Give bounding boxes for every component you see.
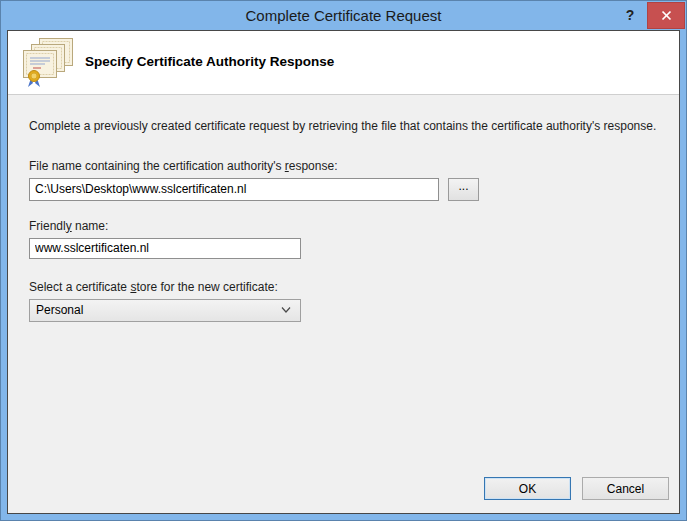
page-title: Specify Certificate Authority Response (85, 54, 334, 69)
help-button[interactable]: ? (618, 2, 642, 29)
wizard-header: Specify Certificate Authority Response (8, 31, 679, 95)
description-text: Complete a previously created certificat… (29, 119, 658, 135)
window-title: Complete Certificate Request (1, 1, 686, 30)
browse-button[interactable]: ... (448, 178, 479, 201)
dialog-window: Complete Certificate Request ? (0, 0, 687, 521)
close-button[interactable] (647, 2, 685, 29)
friendly-name-label: Friendly name: (29, 219, 658, 233)
footer-buttons: OK Cancel (484, 477, 669, 500)
ok-button[interactable]: OK (484, 477, 571, 500)
titlebar[interactable]: Complete Certificate Request ? (1, 1, 686, 30)
chevron-down-icon (281, 307, 291, 313)
certificate-store-select[interactable]: Personal (29, 299, 301, 322)
certificate-store-label: Select a certificate store for the new c… (29, 280, 658, 294)
certificates-icon (21, 36, 75, 90)
close-icon (661, 10, 672, 21)
cancel-button[interactable]: Cancel (582, 477, 669, 500)
selected-store-value: Personal (36, 303, 83, 317)
file-name-input[interactable] (29, 178, 439, 201)
dialog-body: Complete a previously created certificat… (8, 96, 679, 513)
file-name-row: ... (29, 178, 658, 201)
file-name-label: File name containing the certification a… (29, 159, 658, 173)
dialog-client: Specify Certificate Authority Response C… (7, 30, 680, 514)
friendly-name-input[interactable] (29, 238, 301, 259)
